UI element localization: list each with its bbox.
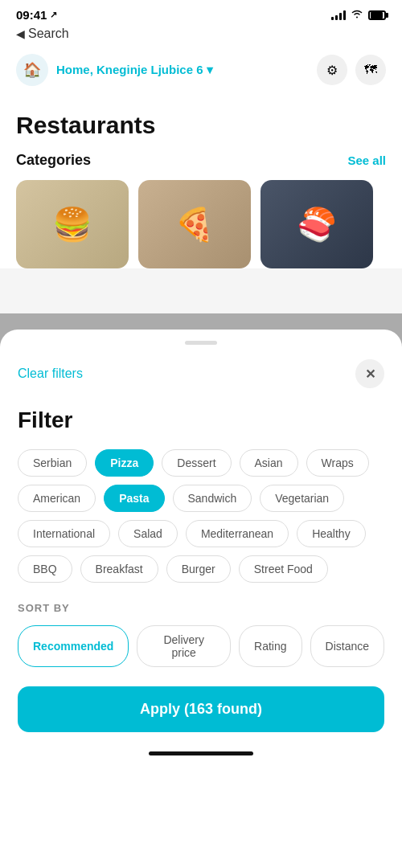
location-bar: 🏠 Home, Kneginje Ljubice 6 ▾ ⚙ 🗺 xyxy=(0,47,402,96)
sort-option-rating[interactable]: Rating xyxy=(239,625,302,667)
time-display: 09:41 xyxy=(16,8,47,22)
map-icon-button[interactable]: 🗺 xyxy=(355,55,386,85)
food-cards: 🍔 🍕 🍣 xyxy=(16,180,386,268)
filter-tag-international[interactable]: International xyxy=(18,520,110,547)
filter-tag-breakfast[interactable]: Breakfast xyxy=(80,555,158,583)
back-label: Search xyxy=(28,27,69,41)
filter-tag-bbq[interactable]: BBQ xyxy=(18,555,72,583)
filter-tag-salad[interactable]: Salad xyxy=(118,520,178,547)
categories-label: Categories xyxy=(16,152,91,169)
sort-by-label: SORT BY xyxy=(18,602,384,614)
filter-bottom-sheet: Clear filters ✕ Filter SerbianPizzaDesse… xyxy=(0,330,402,868)
filter-tag-street-food[interactable]: Street Food xyxy=(239,555,328,583)
filter-tag-asian[interactable]: Asian xyxy=(240,449,298,477)
clear-filters-button[interactable]: Clear filters xyxy=(18,366,83,381)
filter-tag-wraps[interactable]: Wraps xyxy=(306,449,369,477)
apply-button[interactable]: Apply (163 found) xyxy=(18,686,384,732)
back-button[interactable]: ◀ Search xyxy=(16,27,386,41)
wifi-icon xyxy=(351,9,363,21)
food-card-pizza[interactable]: 🍕 xyxy=(138,180,251,268)
filter-title: Filter xyxy=(18,407,384,433)
nav-back: ◀ Search xyxy=(0,25,402,47)
filter-tag-vegetarian[interactable]: Vegetarian xyxy=(260,485,344,512)
sort-options-container: RecommendedDelivery priceRatingDistance xyxy=(18,625,384,667)
filter-tags-container: SerbianPizzaDessertAsianWrapsAmericanPas… xyxy=(18,449,384,583)
close-button[interactable]: ✕ xyxy=(355,359,384,388)
sheet-header: Clear filters ✕ xyxy=(18,359,384,388)
filter-tag-serbian[interactable]: Serbian xyxy=(18,449,87,477)
back-arrow-icon: ◀ xyxy=(16,27,25,40)
sushi-emoji: 🍣 xyxy=(297,206,337,244)
food-card-burger[interactable]: 🍔 xyxy=(16,180,129,268)
filter-tag-healthy[interactable]: Healthy xyxy=(297,520,365,547)
filter-tag-pasta[interactable]: Pasta xyxy=(104,485,164,512)
main-content: Restaurants Categories See all 🍔 🍕 🍣 xyxy=(0,96,402,268)
location-arrow-icon: ↗ xyxy=(50,10,57,20)
signal-icon xyxy=(331,10,346,20)
battery-icon xyxy=(368,10,386,20)
chevron-down-icon: ▾ xyxy=(207,63,213,76)
sort-option-delivery-price[interactable]: Delivery price xyxy=(137,625,231,667)
location-text[interactable]: Home, Kneginje Ljubice 6 ▾ xyxy=(56,63,213,77)
sort-option-recommended[interactable]: Recommended xyxy=(18,625,129,667)
burger-emoji: 🍔 xyxy=(52,206,92,244)
page-title: Restaurants xyxy=(16,112,386,139)
location-right: ⚙ 🗺 xyxy=(317,55,386,85)
filter-icon-button[interactable]: ⚙ xyxy=(317,55,347,85)
filter-tag-burger[interactable]: Burger xyxy=(166,555,231,583)
filter-tag-pizza[interactable]: Pizza xyxy=(95,449,154,477)
sheet-handle xyxy=(185,341,217,345)
sort-section: SORT BY RecommendedDelivery priceRatingD… xyxy=(18,602,384,667)
status-icons xyxy=(331,9,386,21)
status-time: 09:41 ↗ xyxy=(16,8,57,22)
home-label: Home, xyxy=(56,63,93,76)
see-all-link[interactable]: See all xyxy=(347,154,386,167)
pizza-emoji: 🍕 xyxy=(174,206,215,244)
food-card-sushi[interactable]: 🍣 xyxy=(260,180,373,268)
location-left: 🏠 Home, Kneginje Ljubice 6 ▾ xyxy=(16,54,213,86)
home-indicator xyxy=(149,751,253,755)
sort-option-distance[interactable]: Distance xyxy=(310,625,384,667)
status-bar: 09:41 ↗ xyxy=(0,0,402,25)
filter-tag-american[interactable]: American xyxy=(18,485,96,512)
filter-tag-mediterranean[interactable]: Mediterranean xyxy=(186,520,289,547)
home-icon: 🏠 xyxy=(16,54,48,86)
filter-tag-dessert[interactable]: Dessert xyxy=(162,449,231,477)
address-label: Kneginje Ljubice 6 xyxy=(96,63,203,76)
categories-header: Categories See all xyxy=(16,152,386,169)
filter-tag-sandwich[interactable]: Sandwich xyxy=(173,485,252,512)
